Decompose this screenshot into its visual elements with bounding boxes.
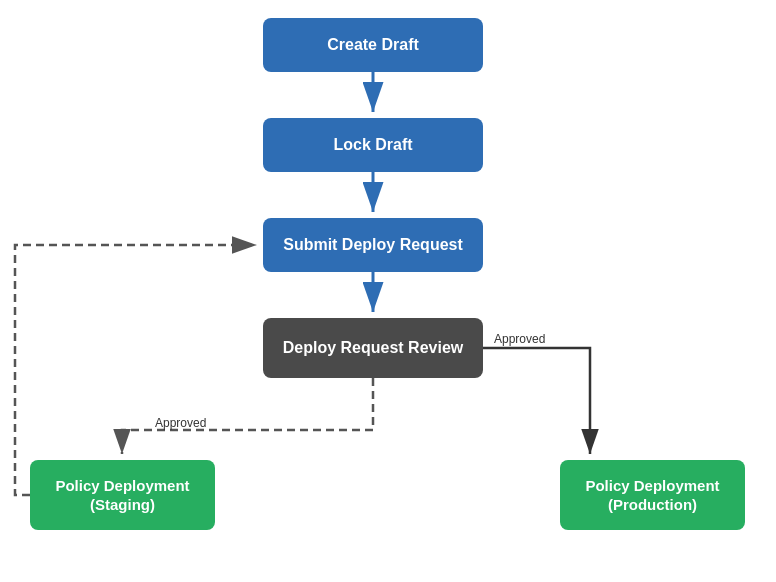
policy-production-label: Policy Deployment(Production) — [585, 476, 719, 515]
policy-staging-label: Policy Deployment(Staging) — [55, 476, 189, 515]
approved-left-label: Approved — [155, 416, 206, 430]
approved-right-label: Approved — [494, 332, 545, 346]
lock-draft-label: Lock Draft — [333, 136, 412, 154]
lock-draft-node: Lock Draft — [263, 118, 483, 172]
submit-deploy-node: Submit Deploy Request — [263, 218, 483, 272]
submit-deploy-label: Submit Deploy Request — [283, 236, 463, 254]
diagram-container: Create Draft Lock Draft Submit Deploy Re… — [0, 0, 776, 582]
create-draft-node: Create Draft — [263, 18, 483, 72]
policy-staging-node: Policy Deployment(Staging) — [30, 460, 215, 530]
policy-production-node: Policy Deployment(Production) — [560, 460, 745, 530]
deploy-review-node: Deploy Request Review — [263, 318, 483, 378]
deploy-review-label: Deploy Request Review — [283, 339, 464, 357]
create-draft-label: Create Draft — [327, 36, 419, 54]
